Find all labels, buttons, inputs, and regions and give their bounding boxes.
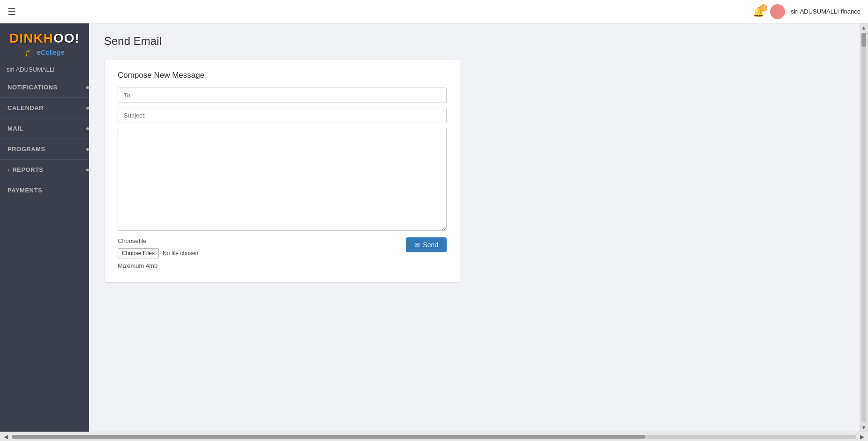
sidebar-item-reports[interactable]: › REPORTS [0,159,89,180]
topbar-right: 🔔 0 siri ADUSUMALLI-finance [753,4,861,19]
body-field-group [118,128,447,233]
v-scroll-track [861,33,866,422]
sidebar-item-payments[interactable]: PAYMENTS [0,180,89,200]
avatar [770,4,785,19]
file-row: Choosefile Choose Files No file chosen M… [118,237,447,269]
h-scroll-track [12,435,856,439]
sidebar-username: siri ADUSUMALLI [0,61,89,77]
to-field-group [118,88,447,103]
sidebar-item-label: PAYMENTS [7,187,42,194]
cap-icon: 🎓 [24,47,35,57]
file-input-row: Choose Files No file chosen [118,248,198,258]
sidebar-item-calendar[interactable]: CALENDAR [0,97,89,118]
scroll-down-arrow[interactable]: ▼ [861,423,867,432]
main-content: Send Email Compose New Message Choosefil… [89,23,868,432]
sidebar-item-notifications[interactable]: NOTIFICATIONS [0,77,89,97]
send-button[interactable]: ✉ Send [406,237,447,252]
file-section: Choosefile Choose Files No file chosen M… [118,237,198,269]
sidebar-item-label: REPORTS [12,166,43,173]
sidebar: DINKHOO! 🎓 eCollege siri ADUSUMALLI NOTI… [0,23,89,432]
page-title: Send Email [104,35,853,48]
sidebar-item-label: MAIL [7,125,23,132]
sidebar-nav: NOTIFICATIONS CALENDAR MAIL PROGRAMS › R… [0,77,89,432]
main-inner: Send Email Compose New Message Choosefil… [89,23,868,294]
topbar-left: ☰ [7,6,16,17]
h-scroll-thumb [12,435,645,439]
topbar: ☰ 🔔 0 siri ADUSUMALLI-finance [0,0,868,23]
chevron-right-icon: › [7,167,9,173]
subject-field-group [118,108,447,123]
form-section-title: Compose New Message [118,71,447,80]
envelope-icon: ✉ [414,241,420,249]
bottom-scrollbar: ◀ ▶ [0,432,868,441]
sidebar-item-label: NOTIFICATIONS [7,84,58,91]
email-form-card: Compose New Message Choosefile Choose Fi… [104,59,460,283]
choose-files-button[interactable]: Choose Files [118,248,159,258]
sidebar-item-label: CALENDAR [7,104,44,111]
v-scroll-thumb [861,33,866,47]
scroll-right-arrow[interactable]: ▶ [858,434,866,440]
sidebar-item-programs[interactable]: PROGRAMS [0,139,89,159]
layout: DINKHOO! 🎓 eCollege siri ADUSUMALLI NOTI… [0,23,868,432]
send-label: Send [423,241,438,249]
scroll-up-arrow[interactable]: ▲ [861,23,867,32]
scroll-left-arrow[interactable]: ◀ [2,434,10,440]
max-size-label: Maximum 4mb [118,262,198,269]
bell-container[interactable]: 🔔 0 [753,6,764,17]
vertical-scrollbar[interactable]: ▲ ▼ [860,23,868,432]
file-label: Choosefile [118,237,198,244]
sidebar-logo: DINKHOO! 🎓 eCollege [0,23,89,61]
body-textarea[interactable] [118,128,447,231]
bell-badge: 0 [760,4,767,12]
logo-dinkhoo: DINKHOO! [6,31,83,46]
hamburger-icon[interactable]: ☰ [7,6,16,17]
to-input[interactable] [118,88,447,103]
subject-input[interactable] [118,108,447,123]
no-file-label: No file chosen [163,250,198,257]
sidebar-item-label: PROGRAMS [7,146,45,153]
logo-ecollege: 🎓 eCollege [6,47,83,57]
user-label[interactable]: siri ADUSUMALLI-finance [791,8,861,15]
sidebar-item-mail[interactable]: MAIL [0,118,89,139]
